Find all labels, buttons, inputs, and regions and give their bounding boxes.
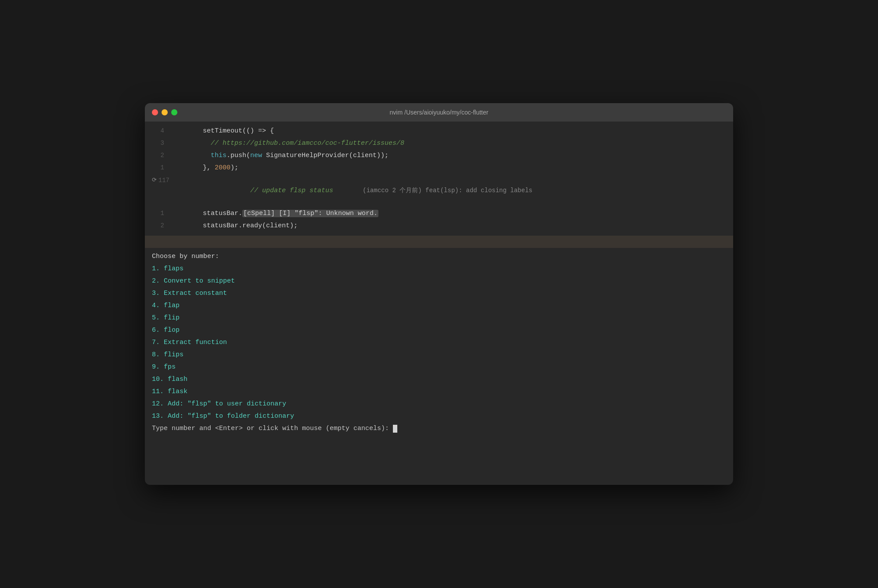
traffic-lights <box>152 109 177 115</box>
code-line-1: 1 }, 2000); <box>145 162 733 174</box>
code-line-2: 2 this.push(new SignatureHelpProvider(cl… <box>145 150 733 162</box>
line-number: 1 <box>145 163 171 172</box>
maximize-button[interactable] <box>171 109 177 115</box>
git-line-117: ⟳ 117 // update flsp status (iamcco 2 个月… <box>145 174 733 208</box>
main-window: nvim /Users/aioiyuuko/my/coc-flutter 4 s… <box>145 103 733 485</box>
code-line-3: 3 // https://github.com/iamcco/coc-flutt… <box>145 137 733 150</box>
separator <box>145 236 733 248</box>
code-line-status1: 1 statusBar.[cSpell] [I] "flsp": Unknown… <box>145 208 733 220</box>
line-content: this.push(new SignatureHelpProvider(clie… <box>171 151 389 161</box>
menu-item-13[interactable]: 13. Add: "flsp" to folder dictionary <box>152 410 733 423</box>
menu-item-1[interactable]: 1. flaps <box>152 263 733 275</box>
input-prompt[interactable]: Type number and <Enter> or click with mo… <box>152 423 733 435</box>
line-number: 1 <box>145 208 171 218</box>
menu-item-3[interactable]: 3. Extract constant <box>152 287 733 300</box>
cspell-warning: [cSpell] [I] "flsp": Unknown word. <box>242 210 378 217</box>
git-prefix: ⟳ 117 <box>145 176 171 185</box>
close-button[interactable] <box>152 109 158 115</box>
line-content: // https://github.com/iamcco/coc-flutter… <box>171 138 404 149</box>
line-content: }, 2000); <box>171 163 238 173</box>
titlebar: nvim /Users/aioiyuuko/my/coc-flutter <box>145 103 733 122</box>
menu-item-2[interactable]: 2. Convert to snippet <box>152 275 733 287</box>
menu-item-7[interactable]: 7. Extract function <box>152 337 733 349</box>
cursor <box>393 425 397 433</box>
menu-item-6[interactable]: 6. flop <box>152 324 733 337</box>
editor-area: 4 setTimeout(() => { 3 // https://github… <box>145 122 733 438</box>
code-section: 4 setTimeout(() => { 3 // https://github… <box>145 122 733 236</box>
code-line-status2: 2 statusBar.ready(client); <box>145 220 733 232</box>
line-content: statusBar.[cSpell] [I] "flsp": Unknown w… <box>171 208 378 219</box>
line-number: 117 <box>158 176 169 185</box>
menu-item-12[interactable]: 12. Add: "flsp" to user dictionary <box>152 398 733 410</box>
menu-section: Choose by number: 1. flaps 2. Convert to… <box>145 248 733 438</box>
menu-item-10[interactable]: 10. flash <box>152 373 733 386</box>
line-number: 2 <box>145 151 171 160</box>
menu-header: Choose by number: <box>152 251 733 263</box>
menu-item-4[interactable]: 4. flap <box>152 300 733 312</box>
git-icon: ⟳ <box>152 176 157 185</box>
menu-item-11[interactable]: 11. flask <box>152 386 733 398</box>
line-number: 4 <box>145 126 171 136</box>
line-content: // update flsp status (iamcco 2 个月前) fea… <box>171 175 533 207</box>
menu-item-5[interactable]: 5. flip <box>152 312 733 324</box>
menu-item-8[interactable]: 8. flips <box>152 349 733 361</box>
minimize-button[interactable] <box>162 109 168 115</box>
line-number: 3 <box>145 138 171 148</box>
window-title: nvim /Users/aioiyuuko/my/coc-flutter <box>390 109 489 116</box>
menu-item-9[interactable]: 9. fps <box>152 361 733 373</box>
line-content: setTimeout(() => { <box>171 126 274 136</box>
line-number: 2 <box>145 221 171 230</box>
code-line-4: 4 setTimeout(() => { <box>145 125 733 137</box>
line-content: statusBar.ready(client); <box>171 221 298 231</box>
